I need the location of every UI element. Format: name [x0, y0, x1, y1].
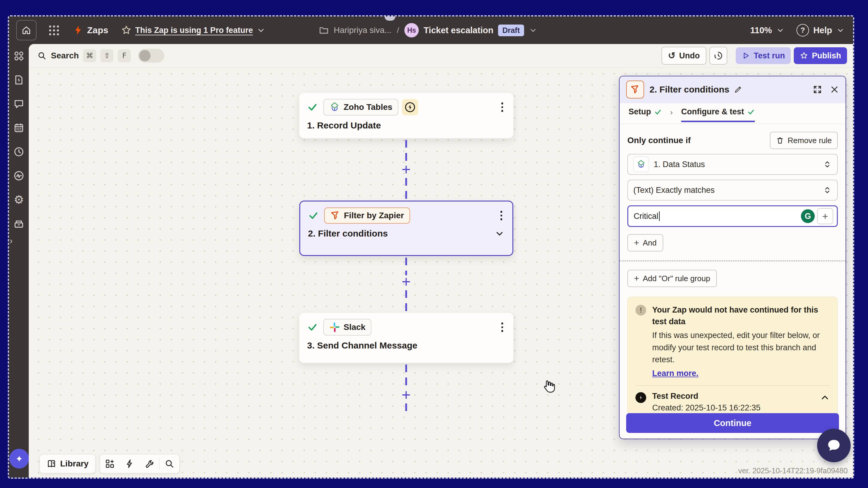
step-card-2[interactable]: Filter by Zapier 2. Filter conditions: [299, 201, 513, 256]
add-and-button[interactable]: + And: [627, 234, 663, 251]
copilot-button[interactable]: ✦: [9, 449, 29, 468]
operator-dropdown[interactable]: (Text) Exactly matches: [627, 180, 838, 201]
sidebar-item-more-apps[interactable]: [9, 212, 29, 236]
pro-feature-link[interactable]: This Zap is using 1 Pro feature: [135, 26, 253, 35]
canvas-toolbar: Search ⌘ ⇧ F ↺ Undo Test run: [29, 44, 853, 68]
sidebar-item-chatbots[interactable]: [9, 92, 29, 116]
compass-icon: ✦: [15, 454, 23, 464]
star-icon: [800, 52, 808, 60]
check-icon: [747, 108, 755, 116]
zoom-level[interactable]: 110%: [750, 26, 772, 35]
step-title[interactable]: 3. Send Channel Message: [307, 340, 505, 350]
connector-line: [405, 403, 407, 416]
zap-canvas[interactable]: Search ⌘ ⇧ F ↺ Undo Test run: [29, 44, 853, 478]
key-shift: ⇧: [100, 49, 114, 62]
tab-setup[interactable]: Setup: [628, 107, 662, 121]
sidebar-item-interfaces[interactable]: [9, 68, 29, 92]
home-icon: [21, 25, 31, 35]
tab-configure-test[interactable]: Configure & test: [681, 107, 755, 122]
zoho-tables-icon: [329, 102, 340, 113]
app-pill-filter[interactable]: Filter by Zapier: [324, 208, 410, 224]
undo-button[interactable]: ↺ Undo: [661, 47, 706, 65]
step-menu-button[interactable]: [499, 101, 506, 113]
search-control[interactable]: Search ⌘ ⇧ F: [37, 49, 164, 63]
and-label: And: [643, 238, 657, 248]
toggle-knob: [139, 50, 151, 61]
step-card-3[interactable]: Slack 3. Send Channel Message: [299, 313, 513, 363]
remove-rule-button[interactable]: Remove rule: [770, 132, 838, 149]
sidebar-item-app-status[interactable]: [9, 164, 29, 188]
add-step-button[interactable]: +: [398, 162, 414, 177]
app-name: Filter by Zapier: [344, 211, 404, 220]
check-icon: [308, 210, 319, 221]
test-record-created: Created: 2025-10-15 16:22:35: [652, 403, 761, 413]
test-run-button[interactable]: Test run: [736, 47, 791, 64]
mouse-cursor: [541, 379, 555, 394]
add-step-button[interactable]: +: [398, 388, 414, 402]
library-button[interactable]: Library: [39, 454, 95, 473]
value-input[interactable]: Critical G +: [627, 205, 838, 227]
lightning-icon: [125, 459, 135, 469]
grammarly-icon[interactable]: G: [801, 209, 815, 223]
app-grid-icon[interactable]: [49, 26, 59, 35]
step-title[interactable]: 1. Record Update: [307, 120, 505, 130]
sidebar-item-zaps[interactable]: [9, 44, 29, 68]
clock-icon: [13, 146, 25, 157]
panel-header: 2. Filter conditions: [620, 77, 845, 103]
chevron-down-icon[interactable]: [256, 26, 266, 35]
undo-label: Undo: [679, 51, 700, 60]
support-chat-button[interactable]: [817, 429, 850, 462]
chevron-up-icon[interactable]: [820, 393, 830, 402]
home-button[interactable]: [16, 20, 36, 40]
add-step-button[interactable]: +: [398, 275, 414, 289]
trigger-button[interactable]: [120, 455, 140, 473]
publish-button[interactable]: Publish: [794, 47, 847, 64]
app-pill-zoho[interactable]: Zoho Tables: [323, 99, 398, 116]
gear-icon: ⚙: [14, 194, 24, 205]
continue-button[interactable]: Continue: [626, 413, 839, 433]
chevron-down-icon[interactable]: [776, 26, 784, 34]
close-icon[interactable]: [830, 85, 839, 94]
undo-icon: ↺: [668, 51, 676, 60]
expand-icon[interactable]: [813, 85, 822, 94]
panel-title: 2. Filter conditions: [650, 85, 730, 95]
insert-data-button[interactable]: +: [817, 208, 833, 224]
chat-bubble-icon: [13, 98, 25, 110]
zap-title[interactable]: Ticket escalation: [424, 26, 493, 35]
help-menu[interactable]: Help: [813, 26, 832, 35]
sidebar-item-calendar[interactable]: [9, 116, 29, 140]
toggle-switch[interactable]: [138, 49, 164, 63]
app-pill-slack[interactable]: Slack: [323, 319, 371, 336]
tools-button[interactable]: [140, 455, 159, 473]
canvas-search-button[interactable]: [159, 455, 179, 473]
product-title: Zaps: [87, 25, 108, 35]
timer-button[interactable]: [709, 47, 727, 65]
step-menu-button[interactable]: [499, 321, 506, 333]
panel-body: Only continue if Remove rule 1. Data Sta…: [620, 124, 845, 439]
pro-star-icon: [121, 25, 132, 36]
field-dropdown[interactable]: 1. Data Status: [627, 154, 838, 175]
instant-trigger-badge: [402, 99, 418, 115]
chevron-down-icon[interactable]: [529, 26, 537, 34]
sidebar-item-history[interactable]: [9, 140, 29, 164]
check-icon: [307, 102, 318, 113]
sidebar-item-settings[interactable]: ⚙: [9, 188, 29, 212]
calendar-icon: [13, 122, 25, 133]
chevron-down-icon[interactable]: [494, 228, 505, 239]
folder-name[interactable]: Haripriya siva...: [334, 26, 392, 35]
sidebar-expand-handle[interactable]: ›: [9, 236, 12, 246]
step-title[interactable]: 2. Filter conditions: [308, 228, 388, 239]
activity-icon: [13, 170, 25, 181]
step-card-1[interactable]: Zoho Tables 1. Record Update: [299, 93, 513, 138]
chevron-down-icon[interactable]: [836, 26, 845, 34]
timer-icon: [714, 51, 723, 60]
test-record-icon: [636, 392, 646, 403]
step-menu-button[interactable]: [498, 210, 505, 221]
templates-button[interactable]: [100, 455, 120, 473]
learn-more-link[interactable]: Learn more.: [652, 369, 699, 378]
panel-tabs: Setup › Configure & test: [620, 103, 845, 124]
avatar: Hs: [404, 23, 419, 37]
add-or-group-button[interactable]: + Add "Or" rule group: [627, 270, 717, 287]
test-warning-box: ! Your Zap would not have continued for …: [627, 297, 838, 417]
edit-pencil-icon[interactable]: [734, 85, 743, 94]
